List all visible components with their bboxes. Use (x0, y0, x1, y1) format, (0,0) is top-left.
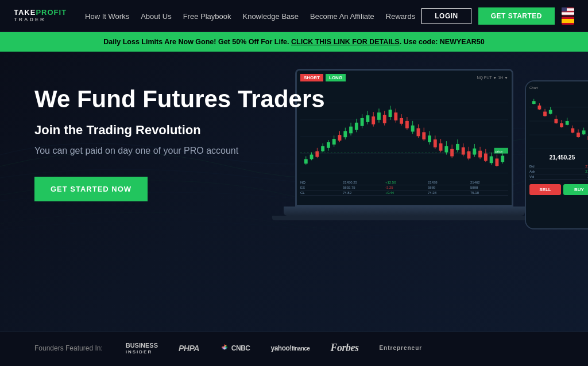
logo-cnbc: CNBC (220, 344, 250, 353)
founders-bar: Founders Featured In: BUSINESSINSIDER PH… (0, 332, 588, 364)
svg-rect-34 (383, 115, 386, 123)
svg-rect-89 (543, 112, 547, 116)
phone-header: Chart ⚙ (529, 86, 588, 90)
navbar: TAKEPROFIT TRADER How It Works About Us … (0, 0, 588, 32)
nav-item-how-it-works[interactable]: How It Works (85, 11, 129, 21)
svg-rect-103 (582, 130, 586, 134)
svg-rect-14 (327, 142, 330, 148)
svg-rect-26 (361, 118, 364, 126)
svg-rect-28 (366, 115, 369, 122)
flag-us-icon[interactable] (562, 7, 574, 15)
logo[interactable]: TAKEPROFIT TRADER (14, 9, 67, 22)
banner-link[interactable]: CLICK THIS LINK FOR DETAILS (291, 38, 400, 46)
phone-trade-buttons: SELL BUY (529, 184, 588, 195)
laptop-screen: SHORT LONG NQ FUT ▼ 1H ▼ (295, 69, 513, 207)
candlestick-chart: price (300, 84, 508, 176)
svg-rect-95 (560, 123, 563, 127)
svg-rect-93 (554, 119, 558, 123)
hero-content: We Fund Futures Traders Join the Trading… (34, 86, 325, 201)
data-row-2: ES 5892.75 -3.25 5889 5898 (300, 185, 508, 190)
svg-rect-50 (428, 135, 431, 142)
svg-rect-70 (484, 154, 488, 161)
chart-short-label: SHORT (300, 74, 323, 81)
chart-long-label: LONG (326, 74, 346, 81)
svg-rect-46 (417, 129, 420, 137)
phone-body: Chart ⚙ (525, 80, 588, 229)
phone-sell-button[interactable]: SELL (529, 184, 561, 195)
svg-rect-42 (405, 121, 409, 129)
phone-mockup: Chart ⚙ (525, 80, 588, 229)
data-row-3: CL 74.82 +0.44 74.38 75.10 (300, 190, 508, 196)
svg-rect-40 (400, 118, 403, 124)
svg-rect-68 (478, 151, 482, 158)
svg-rect-18 (338, 135, 342, 141)
hero-title: We Fund Futures Traders (34, 86, 325, 112)
svg-rect-32 (377, 112, 381, 120)
navbar-right: LOGIN GET STARTED (421, 7, 574, 25)
svg-rect-62 (462, 147, 465, 155)
nav-item-knowledge-base[interactable]: Knowledge Base (242, 11, 299, 21)
svg-rect-48 (422, 132, 425, 139)
nav-links: How It Works About Us Free Playbook Know… (85, 11, 415, 21)
phone-row-2: Ask21452 (529, 169, 588, 174)
phone-chart (529, 92, 588, 150)
nav-item-free-playbook[interactable]: Free Playbook (183, 11, 231, 21)
laptop-data-rows: NQ 21450.25 +12.50 21438 21462 ES 5892.7… (300, 180, 508, 196)
svg-rect-85 (532, 101, 536, 104)
chart-container: SHORT LONG NQ FUT ▼ 1H ▼ (297, 71, 512, 205)
svg-rect-36 (389, 110, 392, 117)
svg-rect-44 (411, 126, 415, 132)
founders-logos: BUSINESSINSIDER PHPA CNBC (126, 341, 422, 355)
chart-symbol-label: NQ FUT ▼ 1H ▼ (477, 76, 508, 80)
laptop-base (284, 207, 525, 216)
phone-row-3: Vol142k (529, 174, 588, 180)
svg-rect-72 (490, 156, 493, 163)
get-started-hero-button[interactable]: GET STARTED NOW (34, 177, 148, 201)
banner-text-after: . Use code: NEWYEAR50 (400, 38, 485, 46)
logo-phpa: PHPA (179, 344, 199, 353)
svg-rect-22 (349, 127, 353, 134)
language-flags[interactable] (562, 7, 574, 25)
svg-rect-16 (332, 139, 336, 145)
navbar-left: TAKEPROFIT TRADER How It Works About Us … (14, 9, 415, 22)
svg-rect-91 (549, 110, 552, 114)
cnbc-peacock-icon (220, 344, 229, 353)
svg-rect-20 (343, 131, 347, 137)
flag-es-icon[interactable] (562, 17, 574, 25)
nav-item-rewards[interactable]: Rewards (386, 11, 415, 21)
svg-rect-30 (372, 116, 375, 124)
get-started-nav-button[interactable]: GET STARTED (478, 7, 555, 25)
chart-toolbar: SHORT LONG NQ FUT ▼ 1H ▼ (300, 74, 508, 81)
laptop-foot (272, 216, 536, 220)
data-row-1: NQ 21450.25 +12.50 21438 21462 (300, 180, 508, 185)
founders-label: Founders Featured In: (34, 344, 103, 352)
svg-rect-87 (537, 106, 541, 110)
svg-rect-24 (355, 123, 358, 130)
svg-text:price: price (495, 150, 502, 153)
phone-screen: Chart ⚙ (526, 81, 588, 228)
hero-section: We Fund Futures Traders Join the Trading… (0, 52, 588, 364)
svg-rect-60 (456, 144, 459, 150)
phone-buy-button[interactable]: BUY (563, 184, 588, 195)
banner-text-before: Daily Loss Limits Are Now Gone! Get 50% … (103, 38, 291, 46)
phone-price: 21,450.25 (529, 154, 588, 161)
svg-rect-54 (439, 143, 443, 151)
hero-description: You can get paid on day one of your PRO … (34, 146, 325, 156)
svg-rect-74 (495, 158, 498, 166)
login-button[interactable]: LOGIN (421, 8, 471, 24)
logo-forbes: Forbes (330, 342, 358, 354)
laptop-mockup: SHORT LONG NQ FUT ▼ 1H ▼ (295, 69, 548, 241)
svg-rect-97 (566, 121, 569, 125)
nav-item-about-us[interactable]: About Us (141, 11, 171, 21)
svg-rect-56 (444, 146, 448, 153)
svg-rect-38 (394, 112, 397, 120)
nav-item-affiliate[interactable]: Become An Affiliate (310, 11, 374, 21)
logo-business-insider: BUSINESSINSIDER (126, 341, 158, 355)
svg-rect-58 (450, 149, 454, 157)
svg-rect-99 (571, 129, 574, 133)
phone-data-rows: Bid21448 Ask21452 Vol142k (529, 164, 588, 180)
logo-yahoo-finance: yahoo!finance (271, 344, 310, 352)
phone-row-1: Bid21448 (529, 164, 588, 169)
svg-rect-101 (577, 133, 580, 137)
announcement-banner: Daily Loss Limits Are Now Gone! Get 50% … (0, 32, 588, 52)
